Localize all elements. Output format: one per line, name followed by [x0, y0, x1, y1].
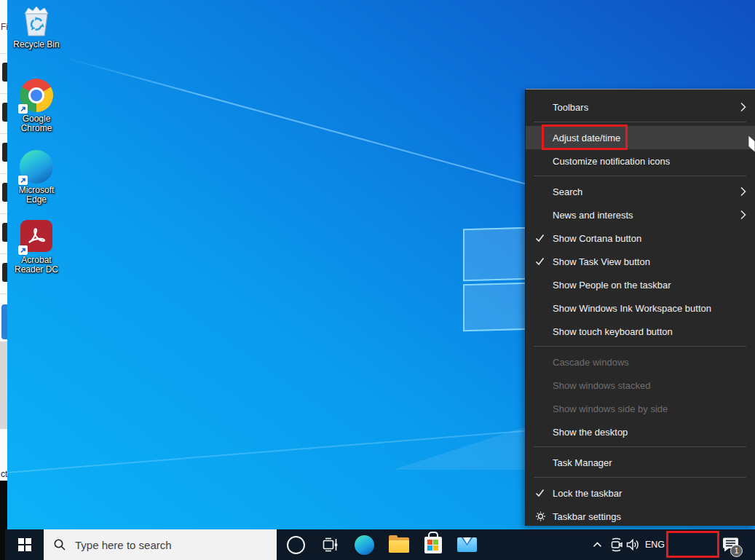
edge-icon: [355, 535, 374, 555]
desktop-icon-label: Microsoft Edge: [13, 186, 60, 205]
desktop-icon-label: Recycle Bin: [3, 40, 70, 50]
wallpaper-light-wedge: [393, 422, 539, 470]
taskbar-context-menu: ToolbarsAdjust date/timeCustomize notifi…: [525, 89, 755, 526]
desktop-icon-acrobat-reader[interactable]: Acrobat Reader DC: [3, 219, 70, 275]
menu-item-show-windows-stacked: Show windows stacked: [526, 374, 755, 397]
menu-separator: [534, 176, 746, 176]
menu-item-label: Show People on the taskbar: [553, 280, 671, 291]
menu-item-customize-notification-icons[interactable]: Customize notification icons: [526, 149, 755, 173]
menu-item-show-windows-side-by-side: Show windows side by side: [526, 397, 755, 420]
annotation-box-clock: [666, 531, 719, 558]
menu-item-label: Show Windows Ink Workspace button: [553, 303, 711, 314]
speaker-icon: [625, 537, 641, 552]
menu-item-label: Show Cortana button: [553, 233, 641, 244]
menu-separator: [534, 346, 746, 347]
menu-item-label: Show windows stacked: [553, 380, 650, 391]
search-icon: [53, 538, 66, 551]
submenu-chevron-icon: [740, 103, 746, 112]
meet-now-camera-icon: [609, 537, 625, 552]
desktop-icon-google-chrome[interactable]: Google Chrome: [3, 79, 70, 133]
menu-item-show-people-on-the-taskbar[interactable]: Show People on the taskbar: [526, 273, 755, 296]
windows-desktop-screen: Recycle Bin Google Chrome Microsoft Edge: [0, 0, 755, 560]
chevron-up-icon: [592, 540, 603, 549]
menu-item-label: Lock the taskbar: [553, 488, 622, 499]
page-edge-strip: Fi ct: [0, 0, 7, 529]
desktop-icon-label: Google Chrome: [15, 114, 58, 133]
menu-item-show-cortana-button[interactable]: Show Cortana button: [526, 226, 755, 250]
file-explorer-button[interactable]: [382, 529, 416, 560]
menu-item-taskbar-settings[interactable]: Taskbar settings: [526, 505, 755, 528]
menu-item-show-task-view-button[interactable]: Show Task View button: [526, 250, 755, 273]
windows-logo-pane-top: [463, 227, 530, 281]
desktop-icon-microsoft-edge[interactable]: Microsoft Edge: [3, 150, 70, 205]
notification-badge: 1: [730, 545, 743, 557]
menu-item-label: Show the desktop: [553, 427, 628, 438]
submenu-chevron-icon: [740, 187, 746, 197]
menu-separator: [534, 446, 746, 447]
shortcut-arrow-icon: [18, 245, 28, 255]
edge-taskbar-button[interactable]: [347, 529, 382, 560]
edge-icon: [20, 150, 53, 184]
task-view-icon: [323, 537, 339, 552]
mail-icon: [457, 537, 477, 552]
shortcut-arrow-icon: [18, 104, 28, 114]
gear-icon: [535, 511, 546, 522]
cortana-button[interactable]: [279, 529, 313, 560]
menu-item-show-windows-ink-workspace-button[interactable]: Show Windows Ink Workspace button: [526, 296, 755, 320]
task-view-button[interactable]: [313, 529, 347, 560]
menu-item-label: Show Task View button: [553, 256, 650, 267]
chrome-icon: [20, 79, 53, 112]
language-label: ENG: [645, 540, 665, 550]
menu-item-cascade-windows: Cascade windows: [526, 350, 755, 374]
menu-item-label: Task Manager: [553, 457, 612, 468]
menu-item-toolbars[interactable]: Toolbars: [526, 95, 755, 119]
page-edge-text-bottom: ct: [1, 469, 7, 479]
microsoft-store-icon: [424, 537, 442, 553]
menu-item-label: Cascade windows: [553, 357, 629, 368]
file-explorer-icon: [389, 537, 409, 553]
checkmark-icon: [535, 489, 545, 497]
submenu-chevron-icon: [740, 210, 746, 220]
menu-item-label: Show windows side by side: [553, 403, 668, 414]
mouse-cursor: [748, 134, 755, 153]
menu-item-label: Toolbars: [553, 102, 588, 113]
annotation-box-menu: [542, 125, 628, 150]
start-button[interactable]: [6, 529, 44, 560]
acrobat-icon: [20, 220, 53, 253]
windows-logo-pane-bottom: [463, 283, 530, 331]
taskbar-search-box[interactable]: Type here to search: [44, 529, 277, 560]
page-edge-image-fragment: [0, 342, 7, 429]
desktop-icon-label: Acrobat Reader DC: [12, 256, 60, 275]
menu-item-task-manager[interactable]: Task Manager: [526, 451, 755, 474]
windows-logo-icon: [18, 538, 31, 551]
page-edge-text-top: Fi: [1, 22, 8, 32]
microsoft-store-button[interactable]: [416, 529, 450, 560]
page-edge-dark-fragment: [0, 481, 7, 529]
language-indicator[interactable]: ENG: [645, 529, 665, 560]
menu-item-show-touch-keyboard-button[interactable]: Show touch keyboard button: [526, 320, 755, 343]
wallpaper-light-ray: [58, 55, 536, 187]
menu-separator: [534, 477, 746, 478]
checkmark-icon: [535, 257, 545, 266]
volume-button[interactable]: [625, 529, 641, 560]
mail-button[interactable]: [450, 529, 484, 560]
menu-item-news-and-interests[interactable]: News and interests: [526, 203, 755, 226]
show-hidden-icons-button[interactable]: [592, 529, 603, 560]
menu-item-search[interactable]: Search: [526, 180, 755, 203]
menu-item-adjust-date-time[interactable]: Adjust date/time: [526, 126, 755, 149]
menu-item-label: Search: [553, 186, 582, 197]
cortana-icon: [287, 536, 305, 554]
page-edge-strip-bottom: [0, 529, 5, 560]
shortcut-arrow-icon: [18, 176, 28, 185]
search-placeholder: Type here to search: [75, 539, 172, 551]
taskbar: Type here to search: [0, 529, 755, 560]
menu-item-show-the-desktop[interactable]: Show the desktop: [526, 420, 755, 443]
page-edge-selected-fragment: [1, 304, 7, 339]
menu-item-label: Customize notification icons: [553, 156, 670, 167]
desktop-icon-recycle-bin[interactable]: Recycle Bin: [3, 4, 70, 50]
meet-now-button[interactable]: [609, 529, 625, 560]
menu-item-label: Taskbar settings: [553, 511, 621, 522]
menu-item-label: Show touch keyboard button: [553, 326, 673, 337]
menu-separator: [534, 122, 746, 122]
menu-item-lock-the-taskbar[interactable]: Lock the taskbar: [526, 481, 755, 505]
